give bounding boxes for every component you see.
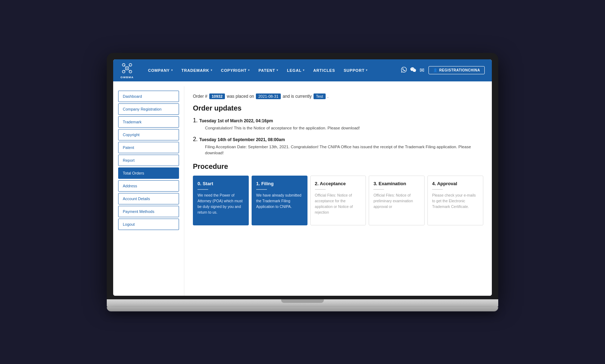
- sidebar-item-logout[interactable]: Logout: [118, 219, 179, 230]
- procedure-cards: 0. Start We need the Power of Attorney (…: [193, 176, 483, 225]
- procedure-card-3: 3. Examination Official Files: Notice of…: [369, 176, 425, 225]
- procedure-card-4: 4. Approval Please check your e-mails to…: [427, 176, 483, 225]
- sidebar-item-account-details[interactable]: Account Details: [118, 193, 179, 204]
- update-date-1: Tuesday 1st of March 2022, 04:16pm: [199, 118, 483, 123]
- proc-card-body-1: We have already submitted the Trademark …: [256, 193, 303, 209]
- chevron-down-icon: ▾: [171, 69, 173, 72]
- sidebar: Dashboard Company Registration Trademark…: [113, 86, 184, 296]
- content-area: Order # 10932 was placed on 2021-08-31 a…: [184, 86, 492, 296]
- email-icon[interactable]: ✉: [420, 67, 424, 74]
- update-date-2: Tuesday 14th of September 2021, 08:00am: [199, 137, 483, 142]
- proc-card-divider-4: [432, 189, 443, 190]
- nav-support[interactable]: SUPPORT ▾: [340, 66, 372, 75]
- proc-card-title-0: 0. Start: [198, 181, 244, 186]
- proc-card-title-1: 1. Filing: [256, 181, 303, 186]
- order-status-badge: Test: [314, 93, 326, 99]
- chevron-down-icon: ▾: [366, 69, 368, 72]
- nav-patent[interactable]: PATENT ▾: [255, 66, 282, 75]
- proc-card-divider-2: [315, 189, 326, 190]
- proc-card-title-2: 2. Acceptance: [315, 181, 362, 186]
- chevron-down-icon: ▾: [248, 69, 250, 72]
- header-strip: [113, 81, 492, 86]
- screen-bezel: GWBMA COMPANY ▾ TRADEMARK ▾ C: [107, 53, 498, 299]
- chevron-down-icon: ▾: [303, 69, 305, 72]
- main-area: Dashboard Company Registration Trademark…: [113, 86, 492, 296]
- nav-articles[interactable]: ARTICLES: [310, 66, 338, 75]
- proc-card-divider-0: [198, 189, 208, 190]
- proc-card-title-4: 4. Approval: [432, 181, 479, 186]
- sidebar-item-report[interactable]: Report: [118, 155, 179, 166]
- order-status-prefix: and is currently: [283, 94, 311, 99]
- nav-company[interactable]: COMPANY ▾: [144, 66, 177, 75]
- laptop-base-bottom: [107, 307, 498, 311]
- user-icon: 👤: [433, 68, 438, 72]
- whatsapp-icon[interactable]: [401, 67, 407, 74]
- procedure-card-1: 1. Filing We have already submitted the …: [252, 176, 307, 225]
- social-icons: ✉: [401, 67, 424, 74]
- proc-card-title-3: 3. Examination: [373, 181, 420, 186]
- procedure-card-0: 0. Start We need the Power of Attorney (…: [193, 176, 249, 225]
- proc-card-body-3: Official Files: Notice of preliminary ex…: [373, 193, 420, 209]
- proc-card-divider-3: [373, 189, 384, 190]
- laptop-container: GWBMA COMPANY ▾ TRADEMARK ▾ C: [107, 53, 498, 311]
- registration-button[interactable]: 👤 REGISTRATIONCHINA: [428, 66, 485, 74]
- order-number-badge: 10932: [209, 93, 225, 99]
- order-header: Order # 10932 was placed on 2021-08-31 a…: [193, 93, 483, 99]
- order-placed-text: was placed on: [227, 94, 254, 99]
- wechat-icon[interactable]: [410, 67, 416, 74]
- logo-text: GWBMA: [121, 76, 134, 79]
- order-updates-title: Order updates: [193, 104, 483, 112]
- laptop-notch: [281, 299, 324, 303]
- nav-trademark[interactable]: TRADEMARK ▾: [178, 66, 216, 75]
- proc-card-divider-1: [256, 189, 267, 190]
- laptop-base: [107, 299, 498, 307]
- procedure-card-2: 2. Acceptance Official Files: Notice of …: [310, 176, 366, 225]
- sidebar-item-patent[interactable]: Patent: [118, 142, 179, 153]
- chevron-down-icon: ▾: [277, 69, 278, 72]
- nav-legal[interactable]: LEGAL ▾: [283, 66, 308, 75]
- nav-copyright[interactable]: COPYRIGHT ▾: [217, 66, 253, 75]
- logo-icon: [120, 61, 134, 75]
- sidebar-item-total-orders[interactable]: Total Orders: [118, 167, 179, 179]
- proc-card-body-2: Official Files: Notice of acceptance for…: [315, 193, 362, 215]
- navbar-nav: COMPANY ▾ TRADEMARK ▾ COPYRIGHT ▾ PATE: [144, 66, 401, 75]
- sidebar-item-address[interactable]: Address: [118, 180, 179, 192]
- navbar-right: ✉ 👤 REGISTRATIONCHINA: [401, 66, 485, 74]
- updates-list: Tuesday 1st of March 2022, 04:16pm Congr…: [193, 117, 483, 156]
- order-prefix: Order #: [193, 94, 207, 99]
- sidebar-item-company-registration[interactable]: Company Registration: [118, 103, 179, 115]
- update-text-2: Filing Acceptioan Date: September 13th, …: [205, 144, 483, 156]
- update-item-2: Tuesday 14th of September 2021, 08:00am …: [199, 136, 483, 156]
- sidebar-item-dashboard[interactable]: Dashboard: [118, 91, 179, 102]
- laptop-screen: GWBMA COMPANY ▾ TRADEMARK ▾ C: [113, 59, 492, 296]
- order-period: .: [327, 94, 328, 99]
- proc-card-body-0: We need the Power of Attorney (POA) whic…: [198, 193, 244, 215]
- logo[interactable]: GWBMA: [120, 61, 134, 79]
- sidebar-item-payment-methods[interactable]: Payment Methods: [118, 206, 179, 217]
- proc-card-body-4: Please check your e-mails to get the Ele…: [432, 193, 479, 209]
- sidebar-item-copyright[interactable]: Copyright: [118, 129, 179, 140]
- navbar: GWBMA COMPANY ▾ TRADEMARK ▾ C: [113, 59, 492, 81]
- sidebar-item-trademark[interactable]: Trademark: [118, 116, 179, 128]
- update-item-1: Tuesday 1st of March 2022, 04:16pm Congr…: [199, 117, 483, 131]
- update-text-1: Congratulation! This is the Notice of ac…: [205, 125, 483, 131]
- procedure-title: Procedure: [193, 162, 483, 171]
- chevron-down-icon: ▾: [211, 69, 212, 72]
- order-date-badge: 2021-08-31: [256, 93, 281, 99]
- screen-content: GWBMA COMPANY ▾ TRADEMARK ▾ C: [113, 59, 492, 296]
